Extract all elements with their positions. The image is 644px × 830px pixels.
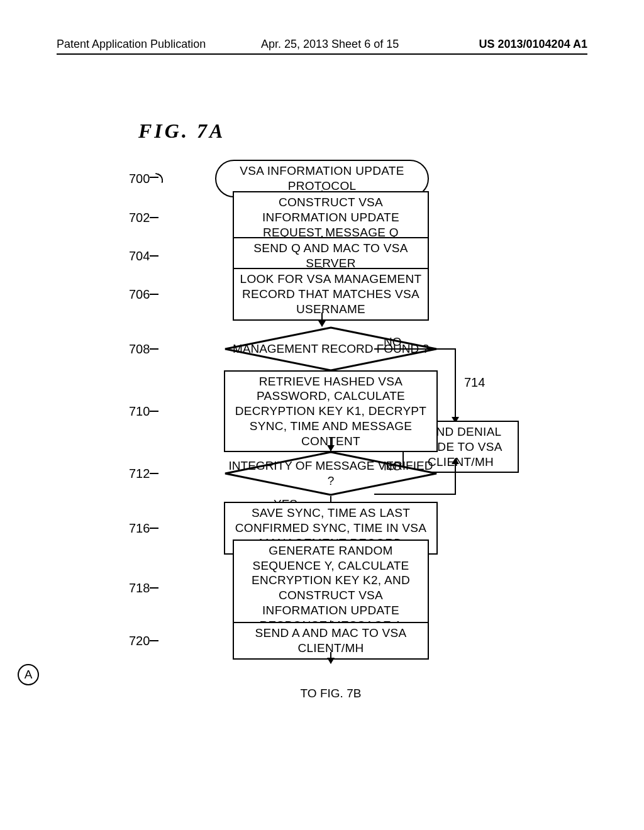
leader-720 — [150, 640, 158, 641]
leader-716 — [150, 528, 158, 529]
flowchart: 700 VSA INFORMATION UPDATE PROTOCOL 702 … — [0, 167, 644, 701]
process-702: CONSTRUCT VSA INFORMATION UPDATE REQUEST… — [233, 191, 429, 243]
connector-a: A — [18, 664, 39, 685]
decision-712-text: INTEGRITY OF MESSAGE VERIFIED ? — [224, 452, 438, 495]
decision-708: MANAGEMENT RECORD FOUND ? — [224, 326, 438, 372]
leader-712 — [150, 473, 158, 474]
step-number-700: 700 — [129, 172, 150, 186]
connector-to-label: TO FIG. 7B — [301, 687, 362, 700]
arrow — [321, 313, 323, 326]
step-number-708: 708 — [129, 342, 150, 357]
step-number-706: 706 — [129, 287, 150, 302]
leader-710 — [150, 411, 158, 412]
decision-712: INTEGRITY OF MESSAGE VERIFIED ? — [224, 451, 438, 496]
header-center: Apr. 25, 2013 Sheet 6 of 15 — [261, 38, 399, 51]
arrow — [330, 437, 331, 451]
step-number-716: 716 — [129, 521, 150, 536]
header-left: Patent Application Publication — [57, 38, 206, 51]
header-rule — [57, 53, 587, 55]
leader-702 — [150, 217, 158, 218]
figure-title: FIG. 7A — [138, 119, 225, 143]
leader-700 — [150, 177, 158, 178]
step-number-710: 710 — [129, 404, 150, 419]
decision-708-text: MANAGEMENT RECORD FOUND ? — [233, 335, 429, 363]
process-706: LOOK FOR VSA MANAGEMENT RECORD THAT MATC… — [233, 268, 429, 320]
leader-718 — [150, 587, 158, 589]
leader-708 — [150, 348, 158, 350]
arrow — [330, 652, 331, 663]
step-number-720: 720 — [129, 634, 150, 648]
step-number-704: 704 — [129, 249, 150, 263]
leader-706 — [150, 294, 158, 295]
step-number-702: 702 — [129, 211, 150, 225]
step-number-718: 718 — [129, 581, 150, 595]
header-right: US 2013/0104204 A1 — [479, 38, 587, 51]
step-number-712: 712 — [129, 467, 150, 481]
leader-704 — [150, 255, 158, 257]
